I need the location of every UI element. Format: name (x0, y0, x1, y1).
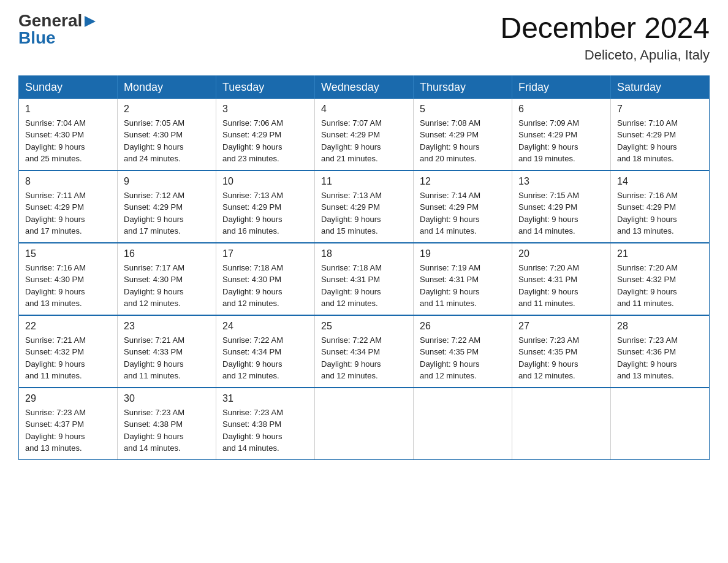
table-row: 28Sunrise: 7:23 AMSunset: 4:36 PMDayligh… (611, 315, 710, 388)
day-info: Sunrise: 7:19 AMSunset: 4:31 PMDaylight:… (420, 262, 506, 310)
day-info: Sunrise: 7:13 AMSunset: 4:29 PMDaylight:… (222, 190, 308, 237)
day-info: Sunrise: 7:23 AMSunset: 4:36 PMDaylight:… (617, 334, 703, 382)
header-wednesday: Wednesday (315, 75, 414, 99)
day-number: 2 (124, 104, 210, 115)
table-row (414, 388, 512, 460)
table-row: 27Sunrise: 7:23 AMSunset: 4:35 PMDayligh… (512, 315, 611, 388)
day-info: Sunrise: 7:04 AMSunset: 4:30 PMDaylight:… (25, 117, 111, 165)
title-block: December 2024 Deliceto, Apulia, Italy (500, 12, 710, 63)
table-row: 31Sunrise: 7:23 AMSunset: 4:38 PMDayligh… (216, 388, 315, 460)
table-row: 24Sunrise: 7:22 AMSunset: 4:34 PMDayligh… (216, 315, 315, 388)
table-row: 14Sunrise: 7:16 AMSunset: 4:29 PMDayligh… (611, 170, 710, 243)
calendar-title: December 2024 (500, 12, 710, 45)
week-row-2: 15Sunrise: 7:16 AMSunset: 4:30 PMDayligh… (19, 243, 710, 315)
week-row-1: 8Sunrise: 7:11 AMSunset: 4:29 PMDaylight… (19, 170, 710, 243)
table-row: 16Sunrise: 7:17 AMSunset: 4:30 PMDayligh… (118, 243, 216, 315)
calendar-table: SundayMondayTuesdayWednesdayThursdayFrid… (18, 75, 710, 460)
day-number: 21 (617, 248, 703, 259)
day-number: 3 (222, 104, 308, 115)
table-row: 26Sunrise: 7:22 AMSunset: 4:35 PMDayligh… (414, 315, 512, 388)
day-number: 19 (420, 248, 506, 259)
day-info: Sunrise: 7:05 AMSunset: 4:30 PMDaylight:… (124, 117, 210, 165)
day-number: 4 (321, 104, 407, 115)
table-row: 2Sunrise: 7:05 AMSunset: 4:30 PMDaylight… (118, 99, 216, 170)
days-header-row: SundayMondayTuesdayWednesdayThursdayFrid… (19, 75, 710, 99)
logo: General Blue (18, 12, 97, 47)
day-info: Sunrise: 7:18 AMSunset: 4:31 PMDaylight:… (321, 262, 407, 310)
day-info: Sunrise: 7:21 AMSunset: 4:33 PMDaylight:… (124, 334, 210, 382)
day-info: Sunrise: 7:18 AMSunset: 4:30 PMDaylight:… (222, 262, 308, 310)
day-info: Sunrise: 7:10 AMSunset: 4:29 PMDaylight:… (617, 117, 703, 165)
table-row: 7Sunrise: 7:10 AMSunset: 4:29 PMDaylight… (611, 99, 710, 170)
day-info: Sunrise: 7:06 AMSunset: 4:29 PMDaylight:… (222, 117, 308, 165)
day-info: Sunrise: 7:16 AMSunset: 4:30 PMDaylight:… (25, 262, 111, 310)
table-row: 12Sunrise: 7:14 AMSunset: 4:29 PMDayligh… (414, 170, 512, 243)
day-number: 28 (617, 321, 703, 332)
table-row: 21Sunrise: 7:20 AMSunset: 4:32 PMDayligh… (611, 243, 710, 315)
logo-arrow-icon (83, 15, 97, 28)
table-row: 8Sunrise: 7:11 AMSunset: 4:29 PMDaylight… (19, 170, 118, 243)
day-number: 31 (222, 393, 308, 404)
svg-marker-0 (85, 16, 96, 27)
day-info: Sunrise: 7:16 AMSunset: 4:29 PMDaylight:… (617, 190, 703, 237)
logo-blue-text: Blue (18, 29, 56, 47)
day-info: Sunrise: 7:21 AMSunset: 4:32 PMDaylight:… (25, 334, 111, 382)
table-row: 19Sunrise: 7:19 AMSunset: 4:31 PMDayligh… (414, 243, 512, 315)
table-row (512, 388, 611, 460)
week-row-4: 29Sunrise: 7:23 AMSunset: 4:37 PMDayligh… (19, 388, 710, 460)
table-row: 17Sunrise: 7:18 AMSunset: 4:30 PMDayligh… (216, 243, 315, 315)
day-info: Sunrise: 7:22 AMSunset: 4:35 PMDaylight:… (420, 334, 506, 382)
header-friday: Friday (512, 75, 611, 99)
day-number: 20 (518, 248, 604, 259)
day-info: Sunrise: 7:23 AMSunset: 4:38 PMDaylight:… (222, 407, 308, 454)
day-number: 18 (321, 248, 407, 259)
day-number: 24 (222, 321, 308, 332)
day-info: Sunrise: 7:23 AMSunset: 4:37 PMDaylight:… (25, 407, 111, 454)
table-row: 29Sunrise: 7:23 AMSunset: 4:37 PMDayligh… (19, 388, 118, 460)
day-number: 6 (518, 104, 604, 115)
day-number: 30 (124, 393, 210, 404)
day-number: 29 (25, 393, 111, 404)
table-row: 11Sunrise: 7:13 AMSunset: 4:29 PMDayligh… (315, 170, 414, 243)
table-row (611, 388, 710, 460)
day-number: 26 (420, 321, 506, 332)
day-number: 14 (617, 176, 703, 187)
logo-general-text: General (18, 12, 82, 29)
header-sunday: Sunday (19, 75, 118, 99)
day-number: 7 (617, 104, 703, 115)
day-info: Sunrise: 7:11 AMSunset: 4:29 PMDaylight:… (25, 190, 111, 237)
table-row: 6Sunrise: 7:09 AMSunset: 4:29 PMDaylight… (512, 99, 611, 170)
table-row (315, 388, 414, 460)
day-info: Sunrise: 7:23 AMSunset: 4:38 PMDaylight:… (124, 407, 210, 454)
table-row: 20Sunrise: 7:20 AMSunset: 4:31 PMDayligh… (512, 243, 611, 315)
day-number: 1 (25, 104, 111, 115)
day-number: 23 (124, 321, 210, 332)
header-monday: Monday (118, 75, 216, 99)
table-row: 10Sunrise: 7:13 AMSunset: 4:29 PMDayligh… (216, 170, 315, 243)
table-row: 3Sunrise: 7:06 AMSunset: 4:29 PMDaylight… (216, 99, 315, 170)
table-row: 22Sunrise: 7:21 AMSunset: 4:32 PMDayligh… (19, 315, 118, 388)
day-info: Sunrise: 7:09 AMSunset: 4:29 PMDaylight:… (518, 117, 604, 165)
day-number: 16 (124, 248, 210, 259)
day-number: 10 (222, 176, 308, 187)
week-row-0: 1Sunrise: 7:04 AMSunset: 4:30 PMDaylight… (19, 99, 710, 170)
day-info: Sunrise: 7:17 AMSunset: 4:30 PMDaylight:… (124, 262, 210, 310)
day-number: 11 (321, 176, 407, 187)
day-info: Sunrise: 7:08 AMSunset: 4:29 PMDaylight:… (420, 117, 506, 165)
day-number: 22 (25, 321, 111, 332)
table-row: 4Sunrise: 7:07 AMSunset: 4:29 PMDaylight… (315, 99, 414, 170)
header-tuesday: Tuesday (216, 75, 315, 99)
day-info: Sunrise: 7:14 AMSunset: 4:29 PMDaylight:… (420, 190, 506, 237)
day-info: Sunrise: 7:15 AMSunset: 4:29 PMDaylight:… (518, 190, 604, 237)
day-info: Sunrise: 7:13 AMSunset: 4:29 PMDaylight:… (321, 190, 407, 237)
day-number: 9 (124, 176, 210, 187)
day-number: 15 (25, 248, 111, 259)
page-header: General Blue December 2024 Deliceto, Apu… (18, 12, 710, 63)
table-row: 15Sunrise: 7:16 AMSunset: 4:30 PMDayligh… (19, 243, 118, 315)
day-number: 17 (222, 248, 308, 259)
table-row: 30Sunrise: 7:23 AMSunset: 4:38 PMDayligh… (118, 388, 216, 460)
day-number: 8 (25, 176, 111, 187)
day-number: 27 (518, 321, 604, 332)
day-number: 12 (420, 176, 506, 187)
day-info: Sunrise: 7:22 AMSunset: 4:34 PMDaylight:… (321, 334, 407, 382)
